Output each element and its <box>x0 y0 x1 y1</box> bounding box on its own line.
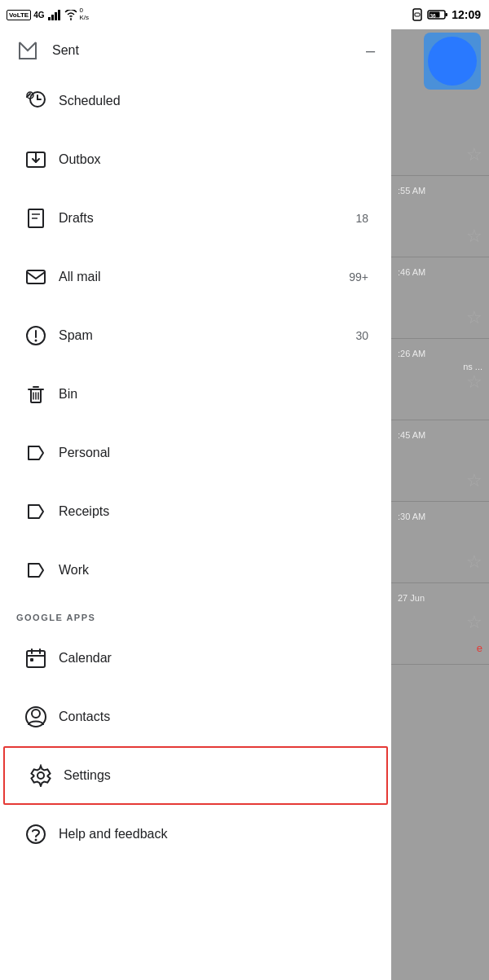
menu-item-calendar[interactable]: Calendar <box>0 629 391 688</box>
receipts-label: Receipts <box>55 504 375 519</box>
settings-label: Settings <box>60 768 370 783</box>
settings-icon <box>21 756 60 795</box>
scheduled-icon <box>16 81 55 121</box>
main-container: ☆ :55 AM ☆ :46 AM ☆ :26 AM ns ... ☆ :45 … <box>0 29 489 980</box>
calendar-label: Calendar <box>55 651 375 666</box>
personal-label: Personal <box>55 446 375 460</box>
svg-point-35 <box>37 772 44 779</box>
all-mail-label: All mail <box>55 270 349 284</box>
spam-badge: 30 <box>355 329 368 342</box>
drawer: Sent – Scheduled <box>0 29 391 980</box>
help-icon <box>16 815 55 854</box>
sent-dash: – <box>366 42 375 60</box>
drafts-icon <box>16 199 55 238</box>
work-label-icon <box>16 551 55 590</box>
status-left: VoLTE 4G 0 K/s <box>7 7 89 22</box>
bin-label: Bin <box>55 387 375 402</box>
status-right: 36 12:09 <box>411 8 481 21</box>
email-row: :30 AM ☆ <box>391 502 489 583</box>
receipts-label-icon <box>16 492 55 531</box>
scheduled-label: Scheduled <box>55 94 375 108</box>
svg-point-21 <box>35 340 37 342</box>
svg-rect-18 <box>27 270 45 283</box>
menu-item-receipts[interactable]: Receipts <box>0 482 391 541</box>
all-mail-icon <box>16 257 55 297</box>
outbox-icon <box>16 140 55 179</box>
menu-item-scheduled[interactable]: Scheduled <box>0 72 391 130</box>
drafts-label: Drafts <box>55 211 355 226</box>
svg-point-33 <box>32 710 40 718</box>
network-type: 4G <box>33 11 44 20</box>
battery-icon: 36 <box>427 9 448 20</box>
help-label: Help and feedback <box>55 827 375 842</box>
time-display: 12:09 <box>452 8 481 21</box>
wifi-icon <box>64 10 77 20</box>
outbox-label: Outbox <box>55 152 375 167</box>
signal-bars <box>47 9 62 20</box>
svg-point-4 <box>70 19 72 20</box>
svg-rect-32 <box>30 658 33 661</box>
email-row: :26 AM ns ... ☆ <box>391 339 489 420</box>
svg-rect-28 <box>27 651 45 667</box>
personal-label-icon <box>16 433 55 472</box>
work-label: Work <box>55 563 375 578</box>
bin-icon <box>16 375 55 414</box>
google-apps-header: GOOGLE APPS <box>0 600 391 629</box>
menu-item-contacts[interactable]: Contacts <box>0 688 391 746</box>
calendar-icon <box>16 639 55 678</box>
menu-item-bin[interactable]: Bin <box>0 365 391 424</box>
all-mail-badge: 99+ <box>349 270 368 283</box>
volte-badge: VoLTE <box>7 10 31 20</box>
svg-rect-2 <box>55 12 57 20</box>
svg-text:36: 36 <box>430 13 437 19</box>
spam-icon <box>16 316 55 355</box>
menu-item-settings[interactable]: Settings <box>3 746 388 805</box>
menu-item-spam[interactable]: Spam 30 <box>0 306 391 365</box>
menu-item-sent[interactable]: Sent – <box>0 29 391 72</box>
contacts-icon <box>16 697 55 736</box>
svg-rect-8 <box>446 13 448 16</box>
menu-item-all-mail[interactable]: All mail 99+ <box>0 248 391 306</box>
email-panel: ☆ :55 AM ☆ :46 AM ☆ :26 AM ns ... ☆ :45 … <box>391 29 489 980</box>
avatar <box>424 33 481 90</box>
menu-item-personal[interactable]: Personal <box>0 424 391 482</box>
contacts-label: Contacts <box>55 710 375 724</box>
svg-rect-1 <box>51 15 54 20</box>
menu-item-drafts[interactable]: Drafts 18 <box>0 189 391 248</box>
svg-rect-0 <box>48 17 51 20</box>
menu-item-help[interactable]: Help and feedback <box>0 805 391 864</box>
drafts-badge: 18 <box>355 212 368 225</box>
sent-label: Sent <box>52 43 79 58</box>
email-row: :45 AM ☆ <box>391 420 489 502</box>
email-row: ☆ <box>391 94 489 176</box>
sent-icon <box>16 39 39 62</box>
email-row: 27 Jun ☆ e <box>391 583 489 665</box>
menu-item-outbox[interactable]: Outbox <box>0 130 391 189</box>
network-speed: 0 K/s <box>80 7 90 22</box>
spam-label: Spam <box>55 328 355 343</box>
email-row: :55 AM ☆ <box>391 176 489 257</box>
svg-point-37 <box>35 839 37 842</box>
svg-rect-3 <box>58 10 60 20</box>
email-row: :46 AM ☆ <box>391 257 489 339</box>
menu-item-work[interactable]: Work <box>0 541 391 600</box>
sim-icon <box>411 8 424 21</box>
status-bar: VoLTE 4G 0 K/s <box>0 0 489 29</box>
svg-rect-6 <box>415 13 420 16</box>
